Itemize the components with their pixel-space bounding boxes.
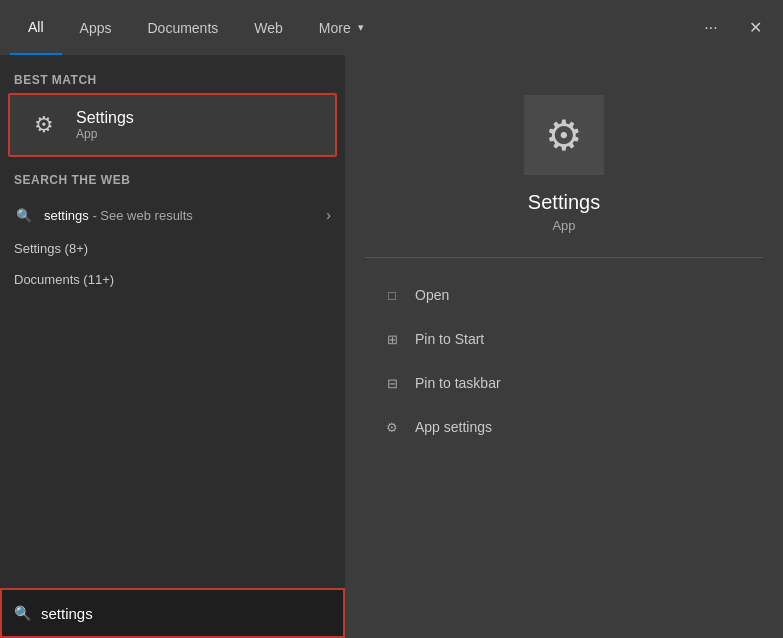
ellipsis-button[interactable]: ··· [693,10,729,46]
right-panel: ⚙ Settings App □ Open ⊞ Pin to Start [345,55,783,638]
close-icon: ✕ [749,18,762,37]
context-app-settings[interactable]: ⚙ App settings [365,406,763,448]
search-box-icon: 🔍 [14,605,31,621]
search-window: All Apps Documents Web More ▾ ··· ✕ [0,0,783,638]
web-search-text: settings - See web results [44,208,326,223]
app-preview-icon-container: ⚙ [524,95,604,175]
pin-start-icon: ⊞ [381,328,403,350]
open-icon: □ [381,284,403,306]
divider [365,257,763,258]
app-gear-icon: ⚙ [545,111,583,160]
search-icon: 🔍 [14,205,34,225]
left-panel: Best match ⚙ Settings App Search the web… [0,55,345,638]
best-match-name: Settings [76,109,134,127]
context-menu: □ Open ⊞ Pin to Start ⊟ Pin to taskbar [365,274,763,448]
search-box-container: 🔍 [0,588,345,638]
best-match-item[interactable]: ⚙ Settings App [8,93,337,157]
tab-web[interactable]: Web [236,0,301,55]
tab-all[interactable]: All [10,0,62,55]
web-search-query: settings [44,208,89,223]
web-search-see-results: - See web results [89,208,193,223]
settings-more-item[interactable]: Settings (8+) [0,233,345,264]
nav-actions: ··· ✕ [693,10,773,46]
web-search-section-label-wrap: Search the web [0,165,345,193]
close-button[interactable]: ✕ [737,10,773,46]
content-area: Best match ⚙ Settings App Search the web… [0,55,783,638]
pin-taskbar-icon: ⊟ [381,372,403,394]
chevron-right-icon: › [326,207,331,223]
context-open[interactable]: □ Open [365,274,763,316]
tab-apps[interactable]: Apps [62,0,130,55]
web-search-label: Search the web [0,165,345,193]
tab-more[interactable]: More ▾ [301,0,382,55]
settings-icon: ⚙ [24,105,64,145]
best-match-type: App [76,127,134,141]
nav-tabs: All Apps Documents Web More ▾ [10,0,693,55]
nav-bar: All Apps Documents Web More ▾ ··· ✕ [0,0,783,55]
best-match-label: Best match [0,65,345,93]
chevron-down-icon: ▾ [358,21,364,34]
web-search-item[interactable]: 🔍 settings - See web results › [0,197,345,233]
documents-more-item[interactable]: Documents (11+) [0,264,345,295]
search-input[interactable] [41,605,331,622]
best-match-info: Settings App [76,109,134,141]
app-settings-icon: ⚙ [381,416,403,438]
app-preview-name: Settings [528,191,600,214]
context-pin-taskbar[interactable]: ⊟ Pin to taskbar [365,362,763,404]
context-pin-start[interactable]: ⊞ Pin to Start [365,318,763,360]
tab-documents[interactable]: Documents [129,0,236,55]
app-preview-type: App [552,218,575,233]
